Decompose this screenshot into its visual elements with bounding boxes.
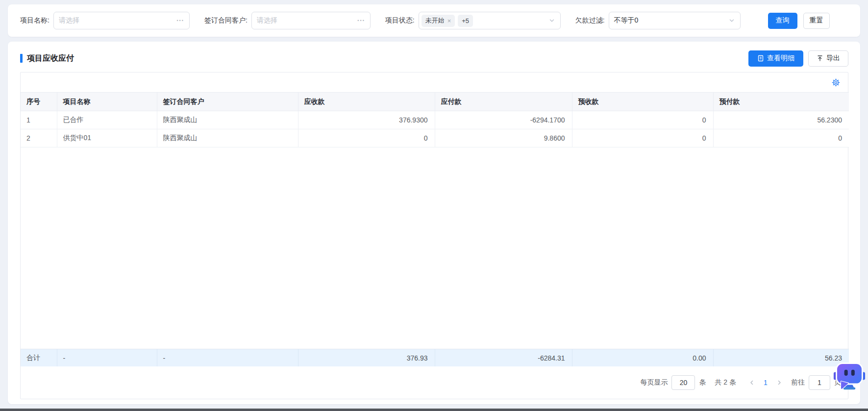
summary-label: 合计: [21, 349, 57, 367]
filter-contract-customer: 签订合同客户: 请选择 •••: [204, 12, 371, 29]
upload-icon: [817, 55, 823, 62]
project-name-label: 项目名称:: [20, 16, 50, 25]
view-detail-button[interactable]: 查看明细: [748, 50, 803, 67]
chat-robot-icon[interactable]: [833, 361, 866, 394]
header-prepayment[interactable]: 预付款: [713, 93, 849, 111]
tag-close-icon[interactable]: ×: [447, 18, 451, 24]
status-tag-text: 未开始: [425, 16, 445, 25]
summary-row: 合计 - - 376.93 -6284.31 0.00 56.23: [21, 349, 849, 366]
contract-customer-select[interactable]: 请选择 •••: [251, 12, 371, 29]
per-page-label: 每页显示: [640, 378, 668, 387]
status-tag-more: +5: [458, 15, 473, 27]
table-header-row: 序号 项目名称 签订合同客户 应收款 应付款 预收款 预付款: [21, 93, 849, 111]
gear-icon[interactable]: [832, 78, 840, 87]
title-accent-bar: [20, 54, 23, 63]
cell-receivable: 376.9300: [298, 111, 435, 129]
summary-receivable: 376.93: [298, 349, 435, 367]
page-size-input[interactable]: [671, 375, 695, 390]
main-panel: 项目应收应付 查看明细 导出: [8, 42, 860, 404]
cell-contract-customer: 陕西聚成山: [157, 129, 298, 147]
debt-filter-label: 欠款过滤:: [575, 16, 605, 25]
chevron-down-icon: [728, 17, 735, 24]
chevron-down-icon: [548, 17, 555, 24]
header-advance-receipt[interactable]: 预收款: [572, 93, 713, 111]
goto-page-input[interactable]: [809, 375, 830, 390]
summary-prepayment: 56.23: [713, 349, 849, 367]
summary-contract-customer: -: [157, 349, 298, 367]
export-label: 导出: [826, 54, 840, 63]
debt-filter-value: 不等于0: [614, 16, 639, 25]
project-name-placeholder: 请选择: [59, 16, 79, 25]
table-row[interactable]: 2 供货中01 陕西聚成山 0 9.8600 0 0: [21, 129, 849, 147]
page: 项目名称: 请选择 ••• 签订合同客户: 请选择 ••• 项目状态: 未开始 …: [0, 0, 868, 411]
cell-project-name: 供货中01: [57, 129, 157, 147]
filter-debt: 欠款过滤: 不等于0: [575, 12, 741, 29]
cell-advance-receipt: 0: [572, 111, 713, 129]
table-row[interactable]: 1 已合作 陕西聚成山 376.9300 -6294.1700 0 56.230…: [21, 111, 849, 129]
header-contract-customer[interactable]: 签订合同客户: [157, 93, 298, 111]
project-status-select[interactable]: 未开始 × +5: [419, 12, 561, 29]
reset-button[interactable]: 重置: [803, 13, 830, 29]
window-bottom-edge: [0, 409, 868, 411]
header-payable[interactable]: 应付款: [435, 93, 572, 111]
filter-bar: 项目名称: 请选择 ••• 签订合同客户: 请选择 ••• 项目状态: 未开始 …: [8, 4, 860, 37]
summary-advance-receipt: 0.00: [572, 349, 713, 367]
summary-payable: -6284.31: [435, 349, 572, 367]
summary-project-name: -: [57, 349, 157, 367]
cell-payable: -6294.1700: [435, 111, 572, 129]
page-title: 项目应收应付: [27, 53, 74, 64]
total-count: 共 2 条: [715, 378, 736, 387]
section-title: 项目应收应付: [20, 53, 74, 64]
cell-prepayment: 0: [713, 129, 849, 147]
debt-filter-select[interactable]: 不等于0: [609, 12, 741, 29]
table-empty-space: [21, 147, 848, 349]
filter-project-status: 项目状态: 未开始 × +5: [385, 12, 561, 29]
export-button[interactable]: 导出: [808, 50, 848, 67]
status-tag-more-text: +5: [462, 17, 469, 24]
per-page-unit: 条: [699, 378, 706, 387]
ellipsis-icon: •••: [176, 18, 184, 23]
ellipsis-icon: •••: [357, 18, 365, 23]
search-button[interactable]: 查询: [768, 13, 797, 29]
data-table: 序号 项目名称 签订合同客户 应收款 应付款 预收款 预付款 1 已合作 陕西聚…: [21, 92, 849, 147]
table-toolbar: [21, 73, 848, 92]
goto-label: 前往: [791, 378, 805, 387]
header-receivable[interactable]: 应收款: [298, 93, 435, 111]
header-project-name[interactable]: 项目名称: [57, 93, 157, 111]
contract-customer-placeholder: 请选择: [257, 16, 277, 25]
section-header: 项目应收应付 查看明细 导出: [8, 42, 860, 67]
project-status-label: 项目状态:: [385, 16, 415, 25]
cell-index: 1: [21, 111, 57, 129]
document-icon: [757, 55, 764, 62]
cell-project-name: 已合作: [57, 111, 157, 129]
header-index[interactable]: 序号: [21, 93, 57, 111]
status-tag: 未开始 ×: [422, 15, 455, 27]
cell-payable: 9.8600: [435, 129, 572, 147]
view-detail-label: 查看明细: [767, 54, 794, 63]
prev-page-icon[interactable]: [745, 376, 759, 389]
current-page[interactable]: 1: [759, 379, 772, 387]
table-container: 序号 项目名称 签订合同客户 应收款 应付款 预收款 预付款 1 已合作 陕西聚…: [20, 72, 848, 399]
cell-prepayment: 56.2300: [713, 111, 849, 129]
filter-project-name: 项目名称: 请选择 •••: [20, 12, 190, 29]
pagination: 每页显示 条 共 2 条 1 前往 页: [21, 366, 848, 399]
cell-index: 2: [21, 129, 57, 147]
project-name-select[interactable]: 请选择 •••: [53, 12, 190, 29]
contract-customer-label: 签订合同客户:: [204, 16, 248, 25]
cell-contract-customer: 陕西聚成山: [157, 111, 298, 129]
cell-advance-receipt: 0: [572, 129, 713, 147]
cell-receivable: 0: [298, 129, 435, 147]
next-page-icon[interactable]: [772, 376, 786, 389]
